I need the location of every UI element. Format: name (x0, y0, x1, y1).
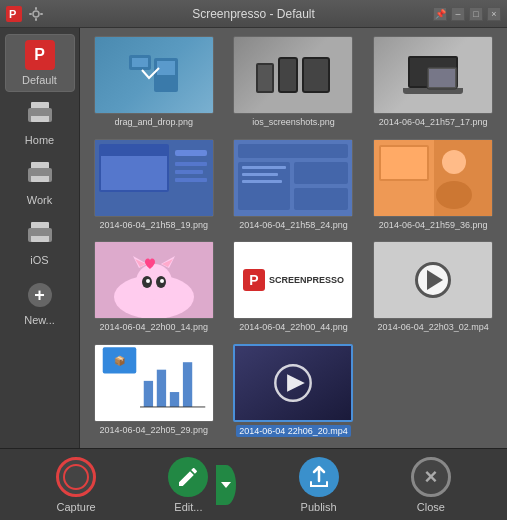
sidebar-home-label: Home (25, 134, 54, 146)
svg-point-37 (136, 264, 172, 300)
app-icon: P (6, 6, 22, 22)
svg-rect-10 (157, 61, 175, 75)
close-x-icon: × (424, 466, 437, 488)
close-button[interactable]: × Close (401, 457, 461, 513)
sidebar-item-default[interactable]: P Default (5, 34, 75, 92)
sidebar-work-label: Work (27, 194, 52, 206)
thumbnail-box (373, 139, 493, 217)
edit-label: Edit... (174, 501, 202, 513)
window-controls: 📌 – □ × (433, 7, 501, 21)
sidebar-default-label: Default (22, 74, 57, 86)
thumbnail-label: drag_and_drop.png (115, 117, 194, 127)
svg-point-2 (33, 11, 39, 17)
settings-icon[interactable] (28, 6, 44, 22)
sidebar-item-ios[interactable]: iOS (5, 214, 75, 272)
capture-button[interactable]: Capture (46, 457, 106, 513)
thumbnail-item[interactable]: 2014-06-04_21h58_19.png (88, 139, 220, 234)
svg-rect-16 (101, 146, 167, 156)
sidebar-item-home[interactable]: Home (5, 94, 75, 152)
svg-rect-3 (35, 7, 37, 10)
thumbnail-box (94, 139, 214, 217)
edit-button[interactable]: Edit... (158, 457, 218, 513)
content-area: drag_and_drop.png ios_screenshots.png (80, 28, 507, 448)
thumbnail-label: 2014-06-04_22h00_14.png (100, 322, 209, 332)
thumbnail-item[interactable]: 2014-06-04_21h57_17.png (367, 36, 499, 131)
svg-rect-49 (144, 380, 153, 406)
svg-rect-25 (294, 188, 348, 210)
thumbnail-box (373, 36, 493, 114)
thumbnail-item[interactable]: 2014-06-04_21h59_36.png (367, 139, 499, 234)
edit-icon (168, 457, 208, 497)
sidebar-item-work[interactable]: Work (5, 154, 75, 212)
thumbnail-box (373, 241, 493, 319)
thumbnail-box: P SCREENPRESSO (233, 241, 353, 319)
thumbnail-label: ios_screenshots.png (252, 117, 335, 127)
thumbnail-item[interactable]: P SCREENPRESSO 2014-06-04_22h00_44.png (228, 241, 360, 336)
svg-text:P: P (9, 8, 16, 20)
thumbnail-item[interactable]: 2014-06-04_22h03_02.mp4 (367, 241, 499, 336)
maximize-button[interactable]: □ (469, 7, 483, 21)
thumbnail-label: 2014-06-04 22h06_20.mp4 (236, 425, 351, 437)
capture-icon (56, 457, 96, 497)
thumbnail-box: 📦 (94, 344, 214, 422)
window-close-button[interactable]: × (487, 7, 501, 21)
thumbnail-item[interactable]: 2014-06-04_21h58_24.png (228, 139, 360, 234)
sidebar-item-new[interactable]: + New... (5, 274, 75, 332)
edit-dropdown-button[interactable] (216, 465, 236, 505)
ios-printer-icon (25, 220, 55, 250)
svg-rect-17 (175, 150, 207, 156)
minimize-button[interactable]: – (451, 7, 465, 21)
pin-button[interactable]: 📌 (433, 7, 447, 21)
thumbnail-box (233, 344, 353, 422)
thumbnail-item[interactable]: 2014-06-04 22h06_20.mp4 (228, 344, 360, 441)
thumbnail-grid: drag_and_drop.png ios_screenshots.png (80, 28, 507, 448)
thumbnail-item[interactable]: 2014-06-04_22h00_14.png (88, 241, 220, 336)
thumbnail-item[interactable]: ios_screenshots.png (228, 36, 360, 131)
thumbnail-label: 2014-06-04_21h57_17.png (379, 117, 488, 127)
thumbnail-box (233, 139, 353, 217)
thumbnail-label: 2014-06-04_21h58_24.png (239, 220, 348, 230)
thumbnail-label: 2014-06-04_21h59_36.png (379, 220, 488, 230)
svg-point-31 (436, 181, 472, 209)
svg-rect-28 (242, 180, 282, 183)
window-title: Screenpresso - Default (192, 7, 315, 21)
new-plus-icon: + (25, 280, 55, 310)
thumbnail-label: 2014-06-04_22h00_44.png (239, 322, 348, 332)
close-label: Close (417, 501, 445, 513)
thumbnail-box (94, 36, 214, 114)
thumbnail-item[interactable]: drag_and_drop.png (88, 36, 220, 131)
capture-label: Capture (57, 501, 96, 513)
svg-point-44 (146, 279, 150, 283)
svg-rect-34 (381, 147, 427, 179)
chevron-down-icon (221, 482, 231, 488)
thumbnail-box (94, 241, 214, 319)
thumbnail-label: 2014-06-04_22h05_29.png (100, 425, 209, 435)
svg-rect-5 (29, 13, 32, 15)
title-bar: P Screenpresso - Default 📌 – □ × (0, 0, 507, 28)
thumbnail-box (233, 36, 353, 114)
svg-rect-24 (294, 162, 348, 184)
publish-button[interactable]: Publish (289, 457, 349, 513)
sidebar: P Default Home (0, 28, 80, 448)
svg-rect-50 (157, 369, 166, 406)
thumbnail-label: 2014-06-04_21h58_19.png (100, 220, 209, 230)
publish-icon (299, 457, 339, 497)
sidebar-new-label: New... (24, 314, 55, 326)
thumbnail-label: 2014-06-04_22h03_02.mp4 (378, 322, 489, 332)
svg-rect-4 (35, 18, 37, 21)
svg-rect-18 (175, 162, 207, 166)
svg-text:📦: 📦 (113, 355, 125, 367)
svg-rect-8 (132, 58, 148, 67)
main-area: P Default Home (0, 28, 507, 448)
svg-rect-6 (40, 13, 43, 15)
svg-rect-52 (183, 362, 192, 407)
default-logo-icon: P (25, 40, 55, 70)
work-printer-icon (25, 160, 55, 190)
edit-group: Edit... (158, 457, 236, 513)
publish-label: Publish (301, 501, 337, 513)
svg-rect-26 (242, 166, 286, 169)
svg-point-45 (160, 279, 164, 283)
thumbnail-item[interactable]: 📦 2014-06-04_22h05_29.png (88, 344, 220, 441)
svg-rect-23 (238, 162, 290, 210)
title-bar-left: P (6, 6, 44, 22)
